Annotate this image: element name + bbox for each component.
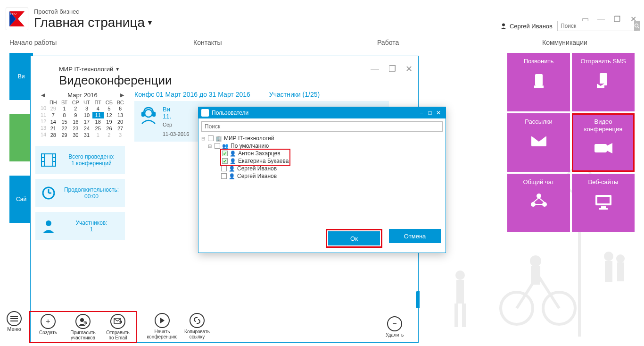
collapse-icon[interactable]: ⊟ [201,136,206,141]
section-start: Начало работы [9,39,71,46]
left-tile-strip: Ви Сай [9,53,33,237]
svg-rect-5 [531,266,540,285]
checkbox[interactable] [208,135,214,141]
calendar-day[interactable]: 3 [81,105,92,112]
calendar-day[interactable]: 25 [92,125,104,132]
calendar-day[interactable]: 29 [59,132,70,138]
dialog-search-input[interactable] [201,121,443,132]
tree-org-node[interactable]: ⊟ 🏢 МИР IT-технологий [201,135,443,142]
collapse-icon[interactable]: ⊟ [208,143,213,149]
calendar-day[interactable]: 2 [70,105,81,112]
calendar-day[interactable]: 27 [115,125,126,132]
tree-user-node[interactable]: 👤 Сергей Иванов [201,172,443,180]
tree-user-node[interactable]: 👤 Сергей Иванов [201,165,443,172]
current-user[interactable]: Сергей Иванов [500,23,553,30]
dialog-minimize-icon[interactable]: – [417,110,426,116]
tile-video-conference[interactable]: Видеоконференция [572,113,635,172]
cal-month[interactable]: Март 2016 [67,92,98,99]
calendar-day[interactable]: 29 [48,105,59,112]
calendar-day[interactable]: 5 [104,105,115,112]
invite-button[interactable]: Пригласитьучастников [68,314,98,340]
checkbox-checked[interactable]: ✔ [222,158,228,164]
menu-button[interactable]: Меню [7,311,22,332]
svg-point-15 [502,24,505,26]
calendar-day[interactable]: 13 [115,112,126,118]
conf-range-link[interactable]: Конфс 01 Март 2016 до 31 Март 2016 [134,91,250,98]
tile-websites[interactable]: Веб-сайты [572,174,635,232]
calendar-day[interactable]: 10 [81,112,92,118]
side-handle[interactable] [416,291,420,308]
left-tile-1[interactable]: Ви [9,53,33,100]
calendar-day[interactable]: 21 [48,125,59,132]
vc-minimize-icon[interactable]: — [371,64,379,74]
calendar-day[interactable]: 14 [48,118,59,125]
delete-button[interactable]: − Удалить [380,316,410,338]
copy-link-button[interactable]: Копироватьссылку [182,313,212,339]
cal-prev[interactable]: ◀ [41,92,45,98]
calendar-day[interactable]: 16 [70,118,81,125]
plus-icon: + [41,314,56,329]
calendar-day[interactable]: 8 [59,112,70,118]
tree-user-node[interactable]: ✔ 👤 Екатерина Букаева [222,157,289,165]
calendar-day[interactable]: 18 [92,118,104,125]
vc-close-icon[interactable]: ✕ [405,64,413,74]
calendar-day[interactable]: 11 [92,112,104,118]
calendar-day[interactable]: 23 [70,125,81,132]
checkbox[interactable] [221,166,227,171]
tile-chat[interactable]: Общий чат [507,174,570,232]
search-input[interactable] [558,23,634,29]
org-dropdown[interactable]: МИР IT-технологий ▼ [59,66,120,73]
checkbox[interactable] [215,143,220,149]
user-icon: 👤 [229,166,235,172]
calendar-day[interactable]: 20 [115,118,126,125]
calendar-day[interactable]: 9 [70,112,81,118]
calendar-day[interactable]: 31 [81,132,92,138]
cal-next[interactable]: ▶ [120,92,124,98]
search-button[interactable] [634,21,640,31]
checkbox[interactable] [221,173,227,179]
calendar-day[interactable]: 28 [48,132,59,138]
calendar-day[interactable]: 15 [59,118,70,125]
create-button[interactable]: + Создать [33,314,63,340]
left-tile-3[interactable]: Сай [9,176,33,223]
send-email-button[interactable]: Отправитьпо Email [103,314,133,340]
calendar-day[interactable]: 3 [115,132,126,138]
dialog-titlebar[interactable]: Пользователи – □ ✕ [198,107,446,118]
calendar-day[interactable]: 12 [104,112,115,118]
svg-rect-19 [534,85,544,88]
calendar-day[interactable]: 1 [92,132,104,138]
stat-duration: Продолжительность:00:00 [35,179,125,207]
user-icon: 👤 [230,151,236,157]
dialog-maximize-icon[interactable]: □ [426,110,434,116]
cancel-button[interactable]: Отмена [389,229,441,243]
section-headers: Начало работы Контакты Работа Коммуникац… [0,34,644,46]
dialog-close-icon[interactable]: ✕ [434,110,443,116]
tile-mailing[interactable]: Рассылки [507,113,570,172]
calendar-day[interactable]: 6 [115,105,126,112]
calendar-day[interactable]: 7 [48,112,59,118]
tile-call[interactable]: Позвонить [507,53,570,111]
tree-user-node[interactable]: ✔ 👤 Антон Захарцев [222,150,289,157]
bottom-toolbar: Меню + Создать Пригласитьучастников Отпр… [7,311,215,343]
ok-button[interactable]: Ок [328,231,380,245]
page-title-dropdown[interactable]: Главная страница ▼ [34,15,153,30]
calendar-day[interactable]: 26 [104,125,115,132]
vc-maximize-icon[interactable]: ❐ [388,64,396,74]
left-tile-2[interactable] [9,114,33,161]
calendar-day[interactable]: 22 [59,125,70,132]
calendar-day[interactable]: 24 [81,125,92,132]
calendar-day[interactable]: 1 [59,105,70,112]
headset-user-icon [139,106,158,125]
svg-rect-46 [153,112,155,116]
checkbox-checked[interactable]: ✔ [222,151,228,156]
global-search[interactable] [557,21,637,31]
envelope-arrow-icon [110,314,125,329]
calendar-day[interactable]: 4 [92,105,104,112]
tile-sms[interactable]: Отправить SMS [572,53,635,111]
calendar-day[interactable]: 2 [104,132,115,138]
calendar-day[interactable]: 17 [81,118,92,125]
calendar-day[interactable]: 19 [104,118,115,125]
start-conference-button[interactable]: Начатьконференцию [147,313,177,339]
participants-link[interactable]: Участники (1/25) [269,91,320,98]
calendar-day[interactable]: 30 [70,132,81,138]
